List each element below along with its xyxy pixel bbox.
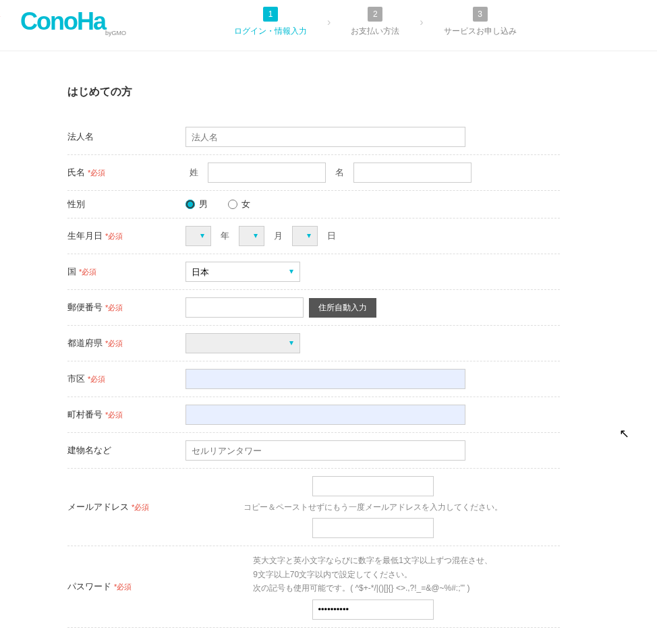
label-pref: 都道府県*必須 bbox=[67, 337, 185, 349]
email-hint: コピー＆ペーストせずにもう一度メールアドレスを入力してください。 bbox=[244, 500, 503, 514]
building-input[interactable] bbox=[185, 440, 465, 461]
prefecture-select[interactable] bbox=[185, 333, 300, 353]
dob-year-select[interactable] bbox=[185, 226, 211, 246]
logo: ConoHabyGMO bbox=[20, 7, 126, 36]
country-select[interactable]: 日本 bbox=[185, 262, 300, 282]
label-mei: 名 bbox=[335, 167, 344, 179]
cursor-icon: ↖ bbox=[619, 426, 629, 441]
page-title: はじめての方 bbox=[67, 85, 560, 99]
email-confirm-input[interactable] bbox=[312, 518, 434, 538]
dob-month-select[interactable] bbox=[239, 226, 264, 246]
step-2: 2 お支払い方法 bbox=[351, 7, 399, 37]
chevron-icon: › bbox=[327, 16, 331, 28]
email-input[interactable] bbox=[312, 476, 434, 496]
radio-male[interactable]: 男 bbox=[185, 198, 208, 210]
city-input[interactable] bbox=[185, 369, 465, 389]
label-company: 法人名 bbox=[67, 131, 185, 143]
lastname-input[interactable] bbox=[208, 163, 326, 183]
step-3: 3 サービスお申し込み bbox=[444, 7, 517, 37]
label-town: 町村番号*必須 bbox=[67, 409, 185, 421]
radio-female[interactable]: 女 bbox=[228, 198, 250, 210]
firstname-input[interactable] bbox=[353, 163, 472, 183]
label-sei: 姓 bbox=[190, 167, 198, 179]
chevron-icon: › bbox=[420, 16, 423, 28]
label-dob: 生年月日*必須 bbox=[67, 230, 185, 242]
label-zip: 郵便番号*必須 bbox=[67, 301, 185, 314]
company-input[interactable] bbox=[185, 127, 465, 147]
password-hint: 英大文字と英小文字ならびに数字を最低1文字以上ずつ混在させ、 9文字以上70文字… bbox=[253, 554, 492, 595]
label-gender: 性別 bbox=[67, 198, 185, 210]
password-input[interactable] bbox=[312, 599, 434, 620]
label-name: 氏名*必須 bbox=[67, 167, 185, 179]
label-country: 国*必須 bbox=[67, 266, 185, 278]
dob-day-select[interactable] bbox=[292, 226, 318, 246]
label-email: メールアドレス*必須 bbox=[67, 501, 185, 513]
zip-input[interactable] bbox=[185, 297, 304, 318]
auto-address-button[interactable]: 住所自動入力 bbox=[309, 298, 376, 318]
progress-steps: 1 ログイン・情報入力 › 2 お支払い方法 › 3 サービスお申し込み bbox=[234, 7, 517, 37]
town-input[interactable] bbox=[185, 405, 465, 425]
label-password: パスワード*必須 bbox=[67, 581, 185, 593]
step-1: 1 ログイン・情報入力 bbox=[234, 7, 307, 37]
label-building: 建物名など bbox=[67, 444, 185, 457]
label-city: 市区*必須 bbox=[67, 373, 185, 385]
